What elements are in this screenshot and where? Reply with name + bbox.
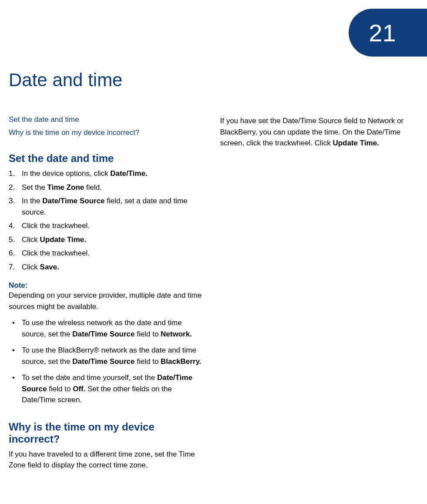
page-title: Date and time: [9, 70, 122, 91]
right-column: If you have set the Date/Time Source fie…: [220, 115, 419, 476]
step-bold: Date/Time.: [110, 169, 148, 178]
bullet-bold: Date/Time Source: [72, 330, 134, 338]
step-7: Click Save.: [9, 262, 207, 273]
bullet-2: To use the BlackBerry® network as the da…: [9, 345, 207, 367]
steps-list: In the device options, click Date/Time. …: [9, 168, 207, 272]
step-5: Click Update Time.: [9, 234, 207, 245]
step-text: In the device options, click: [22, 169, 110, 178]
chapter-badge: 21: [349, 9, 427, 57]
bullet-text: field to: [135, 357, 161, 366]
step-text: In the: [22, 197, 42, 205]
step-bold: Time Zone: [47, 183, 84, 192]
step-6: Click the trackwheel.: [9, 248, 207, 259]
bullet-bold: Date/Time Source: [72, 357, 134, 366]
bullet-bold: Off.: [73, 385, 85, 393]
step-bold: Save.: [40, 263, 59, 271]
chapter-number: 21: [369, 19, 396, 47]
step-1: In the device options, click Date/Time.: [9, 168, 207, 179]
toc-link-set-date[interactable]: Set the date and time: [9, 115, 207, 124]
bullet-text: field to: [135, 330, 161, 338]
step-bold: Update Time.: [40, 235, 86, 244]
step-4: Click the trackwheel.: [9, 220, 207, 232]
bullet-3: To set the date and time yourself, set t…: [9, 372, 207, 406]
col2-para: If you have set the Date/Time Source fie…: [220, 115, 419, 149]
heading-time-incorrect: Why is the time on my device incorrect?: [9, 421, 207, 445]
step-2: Set the Time Zone field.: [9, 182, 207, 193]
bullet-bold: BlackBerry.: [161, 357, 201, 366]
step-text: Set the: [22, 183, 47, 192]
bullet-bold: Network.: [161, 330, 192, 338]
note-text: Depending on your service provider, mult…: [9, 290, 207, 312]
bullet-list: To use the wireless network as the date …: [9, 317, 207, 406]
step-text: Click: [22, 235, 40, 244]
section2-para: If you have traveled to a different time…: [9, 449, 207, 471]
toc-link-time-incorrect[interactable]: Why is the time on my device incorrect?: [9, 128, 207, 137]
heading-set-date-time: Set the date and time: [9, 152, 207, 165]
left-column: Set the date and time Why is the time on…: [9, 115, 207, 476]
step-bold: Date/Time Source: [42, 197, 104, 205]
bullet-text: field to: [47, 385, 73, 393]
bullet-1: To use the wireless network as the date …: [9, 317, 207, 339]
note-label: Note:: [9, 281, 207, 290]
step-3: In the Date/Time Source field, set a dat…: [9, 195, 207, 218]
col2-text-bold: Update Time.: [333, 139, 379, 147]
bullet-text: To set the date and time yourself, set t…: [22, 373, 157, 382]
step-text: field.: [84, 183, 102, 192]
step-text: Click: [22, 263, 40, 271]
content-area: Set the date and time Why is the time on…: [9, 115, 418, 476]
